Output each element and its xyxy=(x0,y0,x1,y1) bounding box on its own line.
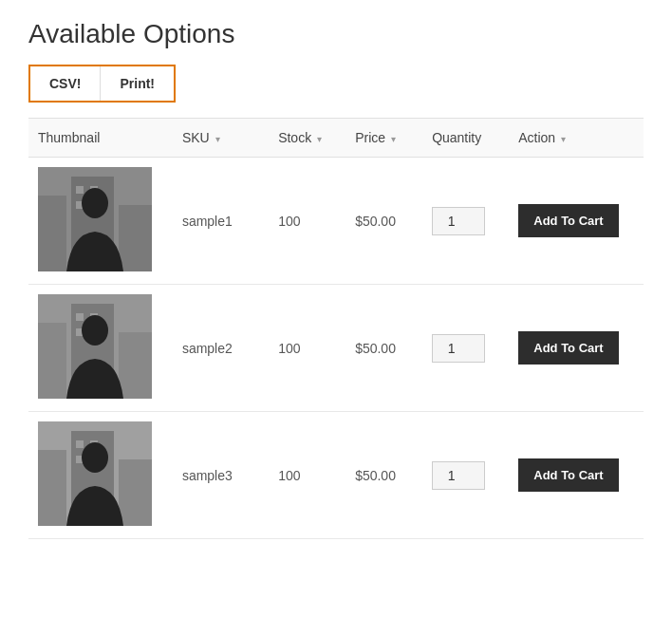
price-cell: $50.00 xyxy=(345,158,422,285)
table-row: sample1100$50.00Add To Cart xyxy=(28,158,644,285)
sku-cell: sample3 xyxy=(173,412,269,539)
svg-rect-10 xyxy=(38,323,66,399)
print-button[interactable]: Print! xyxy=(101,66,174,101)
page-title: Available Options xyxy=(28,19,644,49)
add-to-cart-button[interactable]: Add To Cart xyxy=(518,458,618,492)
table-header-row: Thumbnail SKU ▾ Stock ▾ Price ▾ Quantity… xyxy=(28,119,644,158)
add-to-cart-button[interactable]: Add To Cart xyxy=(518,331,618,365)
price-cell: $50.00 xyxy=(345,412,422,539)
svg-rect-3 xyxy=(119,205,152,271)
product-thumbnail xyxy=(38,167,152,271)
stock-cell: 100 xyxy=(269,285,345,412)
price-sort-icon: ▾ xyxy=(391,134,396,144)
toolbar: CSV! Print! xyxy=(28,65,176,103)
quantity-cell xyxy=(422,285,509,412)
action-sort-icon: ▾ xyxy=(561,134,566,144)
svg-rect-4 xyxy=(76,186,84,194)
quantity-input[interactable] xyxy=(432,334,485,363)
svg-rect-1 xyxy=(38,196,66,271)
svg-point-8 xyxy=(82,188,108,218)
add-to-cart-button[interactable]: Add To Cart xyxy=(518,204,618,237)
quantity-cell xyxy=(422,158,509,285)
quantity-cell xyxy=(422,412,509,539)
table-row: sample3100$50.00Add To Cart xyxy=(28,412,644,539)
action-cell: Add To Cart xyxy=(509,158,644,285)
svg-rect-21 xyxy=(119,459,152,526)
col-header-sku[interactable]: SKU ▾ xyxy=(173,119,269,158)
stock-cell: 100 xyxy=(269,412,345,539)
col-header-action[interactable]: Action ▾ xyxy=(509,119,644,158)
csv-button[interactable]: CSV! xyxy=(30,66,101,101)
quantity-input[interactable] xyxy=(432,207,485,235)
stock-sort-icon: ▾ xyxy=(317,134,322,144)
thumbnail-cell xyxy=(28,412,173,539)
svg-rect-22 xyxy=(76,440,84,448)
action-cell: Add To Cart xyxy=(509,412,644,539)
product-thumbnail xyxy=(38,421,152,526)
svg-rect-12 xyxy=(119,332,152,399)
svg-point-17 xyxy=(82,315,108,346)
svg-rect-19 xyxy=(38,450,66,526)
thumbnail-cell xyxy=(28,158,173,285)
price-cell: $50.00 xyxy=(345,285,422,412)
stock-cell: 100 xyxy=(269,158,345,285)
action-cell: Add To Cart xyxy=(509,285,644,412)
svg-point-26 xyxy=(82,442,108,473)
sku-cell: sample2 xyxy=(173,285,269,412)
col-header-price[interactable]: Price ▾ xyxy=(345,119,422,158)
col-header-stock[interactable]: Stock ▾ xyxy=(269,119,345,158)
sku-sort-icon: ▾ xyxy=(215,134,220,144)
svg-rect-13 xyxy=(76,313,84,321)
products-table: Thumbnail SKU ▾ Stock ▾ Price ▾ Quantity… xyxy=(28,118,644,539)
product-thumbnail xyxy=(38,294,152,399)
thumbnail-cell xyxy=(28,285,173,412)
table-row: sample2100$50.00Add To Cart xyxy=(28,285,644,412)
sku-cell: sample1 xyxy=(173,158,269,285)
quantity-input[interactable] xyxy=(432,461,485,490)
col-header-thumbnail: Thumbnail xyxy=(28,119,173,158)
col-header-quantity: Quantity xyxy=(422,119,509,158)
